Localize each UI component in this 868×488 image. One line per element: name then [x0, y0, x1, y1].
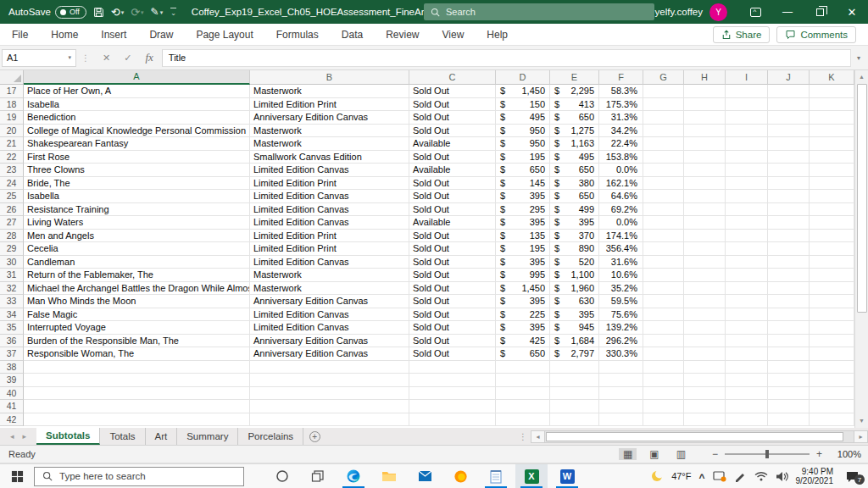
ribbon-tab-formulas[interactable]: Formulas [276, 29, 319, 41]
grid-cell[interactable]: $499 [550, 203, 599, 217]
grid-cell[interactable]: Limited Edition Canvas [250, 216, 409, 230]
grid-cell[interactable] [550, 361, 599, 374]
grid-cell[interactable] [684, 321, 726, 335]
grid-cell[interactable]: 162.1% [599, 177, 643, 191]
grid-cell[interactable]: $395 [496, 321, 550, 335]
sheet-tab-subtotals[interactable]: Subtotals [36, 428, 100, 445]
firefox-button[interactable] [444, 464, 476, 488]
grid-cell[interactable]: $890 [550, 242, 599, 256]
grid-cell[interactable] [726, 269, 768, 282]
grid-cell[interactable] [768, 321, 810, 335]
grid-cell[interactable]: 35.2% [599, 282, 643, 296]
grid-cell[interactable] [643, 216, 684, 230]
grid-cell[interactable] [726, 151, 768, 164]
grid-cell[interactable]: $650 [550, 111, 599, 125]
formula-bar-expand-icon[interactable]: ▾ [851, 54, 866, 62]
row-header-37[interactable]: 37 [0, 347, 24, 361]
pen-input-icon[interactable] [734, 471, 747, 482]
grid-cell[interactable] [726, 400, 768, 413]
grid-cell[interactable]: 174.1% [599, 230, 643, 243]
grid-cell[interactable]: Interrupted Voyage [24, 321, 250, 335]
grid-cell[interactable] [643, 295, 684, 308]
grid-cell[interactable]: Limited Edition Print [250, 177, 409, 191]
grid-cell[interactable] [810, 282, 854, 296]
grid-cell[interactable]: Masterwork [250, 137, 409, 151]
grid-cell[interactable] [726, 256, 768, 269]
grid-cell[interactable] [643, 151, 684, 164]
zoom-out-icon[interactable]: − [712, 448, 718, 460]
grid-cell[interactable]: Limited Edition Canvas [250, 164, 409, 177]
grid-cell[interactable] [810, 361, 854, 374]
grid-cell[interactable] [643, 282, 684, 296]
grid-cell[interactable] [726, 282, 768, 296]
horizontal-scroll-track[interactable] [545, 430, 854, 443]
grid-cell[interactable] [768, 98, 810, 112]
horizontal-scroll-thumb[interactable] [546, 432, 843, 441]
insert-function-icon[interactable]: fx [145, 51, 153, 64]
grid-cell[interactable]: $395 [496, 216, 550, 230]
grid-cell[interactable]: $630 [550, 295, 599, 308]
grid-cell[interactable] [684, 361, 726, 374]
save-icon[interactable] [93, 7, 104, 18]
grid-cell[interactable] [768, 347, 810, 361]
grid-cell[interactable] [726, 203, 768, 217]
grid-cell[interactable]: Candleman [24, 256, 250, 269]
grid-cell[interactable] [726, 125, 768, 138]
grid-cell[interactable] [768, 177, 810, 191]
grid-cell[interactable]: 0.0% [599, 216, 643, 230]
grid-cell[interactable]: 22.4% [599, 137, 643, 151]
grid-cell[interactable]: Resistance Training [24, 203, 250, 217]
grid-cell[interactable] [684, 400, 726, 413]
grid-cell[interactable] [810, 269, 854, 282]
grid-cell[interactable] [684, 295, 726, 308]
column-header-H[interactable]: H [684, 70, 726, 85]
grid-cell[interactable] [726, 387, 768, 401]
share-button[interactable]: Share [713, 26, 771, 43]
column-header-E[interactable]: E [550, 70, 599, 85]
grid-cell[interactable]: $380 [550, 177, 599, 191]
grid-cell[interactable]: Sold Out [409, 242, 496, 256]
scroll-up-icon[interactable]: ▲ [855, 70, 868, 84]
grid-cell[interactable] [684, 347, 726, 361]
grid-cell[interactable]: $650 [496, 164, 550, 177]
grid-cell[interactable] [643, 308, 684, 322]
grid-cell[interactable] [810, 321, 854, 335]
grid-cell[interactable]: $1,960 [550, 282, 599, 296]
autosave-toggle[interactable]: AutoSave Off [8, 6, 86, 19]
scroll-left-icon[interactable]: ◂ [531, 430, 545, 443]
grid-cell[interactable] [726, 347, 768, 361]
ribbon-tab-view[interactable]: View [442, 29, 465, 41]
grid-cell[interactable] [768, 216, 810, 230]
grid-cell[interactable] [726, 361, 768, 374]
grid-cell[interactable] [726, 335, 768, 348]
grid-cell[interactable] [768, 137, 810, 151]
row-header-39[interactable]: 39 [0, 374, 24, 387]
grid-cell[interactable]: Isabella [24, 98, 250, 112]
autosave-pill[interactable]: Off [55, 6, 86, 19]
grid-cell[interactable] [726, 374, 768, 387]
grid-cell[interactable]: First Rose [24, 151, 250, 164]
grid-cell[interactable]: 31.6% [599, 256, 643, 269]
column-header-I[interactable]: I [726, 70, 768, 85]
temperature-label[interactable]: 47°F [671, 471, 691, 481]
grid-cell[interactable]: $413 [550, 98, 599, 112]
grid-cell[interactable] [726, 164, 768, 177]
grid-cell[interactable] [810, 190, 854, 203]
grid-cell[interactable] [643, 242, 684, 256]
grid-cell[interactable] [684, 125, 726, 138]
grid-cell[interactable]: $145 [496, 177, 550, 191]
grid-cell[interactable] [726, 216, 768, 230]
grid-cell[interactable] [643, 85, 684, 98]
row-header-36[interactable]: 36 [0, 335, 24, 348]
user-name[interactable]: yelfy.coffey [655, 7, 703, 17]
grid-cell[interactable] [726, 308, 768, 322]
grid-cell[interactable] [726, 190, 768, 203]
grid-cell[interactable] [643, 400, 684, 413]
select-all-corner[interactable] [0, 70, 24, 85]
grid-cell[interactable]: Sold Out [409, 203, 496, 217]
restore-button[interactable] [804, 0, 836, 24]
grid-cell[interactable]: $370 [550, 230, 599, 243]
notepad-button[interactable] [480, 464, 512, 488]
row-header-41[interactable]: 41 [0, 400, 24, 413]
grid-cell[interactable]: $295 [496, 203, 550, 217]
